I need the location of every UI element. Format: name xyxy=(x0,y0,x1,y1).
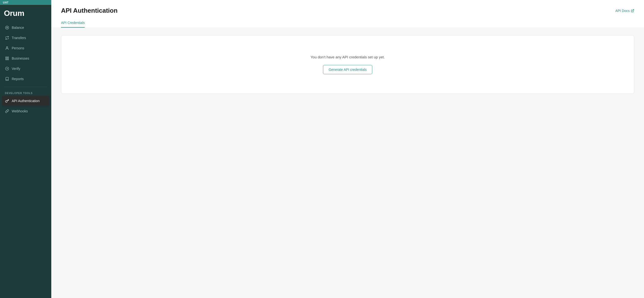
person-icon xyxy=(5,46,9,50)
svg-rect-4 xyxy=(7,57,8,58)
sidebar-item-verify[interactable]: Verify xyxy=(2,64,49,74)
page-header: API Authentication API Docs API Credenti… xyxy=(51,0,644,28)
main-content: API Authentication API Docs API Credenti… xyxy=(51,0,644,298)
dev-tools-section-label: DEVELOPER TOOLS xyxy=(2,90,49,96)
transfer-icon xyxy=(5,36,9,40)
api-docs-link[interactable]: API Docs xyxy=(616,9,634,13)
svg-point-2 xyxy=(6,47,8,48)
sidebar-item-label: Webhooks xyxy=(12,109,28,113)
credentials-card: You don't have any API credentials set u… xyxy=(61,35,634,94)
svg-rect-6 xyxy=(7,59,8,60)
generate-api-credentials-button[interactable]: Generate API credentials xyxy=(323,65,372,74)
brand-logo: Orum xyxy=(0,5,51,23)
link-icon xyxy=(5,109,9,113)
dollar-circle-icon xyxy=(5,26,9,30)
page-title: API Authentication xyxy=(61,7,118,15)
sidebar-item-balance[interactable]: Balance xyxy=(2,23,49,33)
svg-line-7 xyxy=(632,9,634,11)
page-header-top: API Authentication API Docs xyxy=(61,7,634,15)
empty-message: You don't have any API credentials set u… xyxy=(310,55,385,59)
grid-icon xyxy=(5,56,9,61)
book-icon xyxy=(5,77,9,81)
svg-rect-5 xyxy=(6,59,7,60)
sidebar-nav: Balance Transfers Persons xyxy=(0,23,51,298)
sidebar-item-label: API Authentication xyxy=(12,99,40,103)
page-tabs: API Credentials xyxy=(61,18,634,28)
sidebar-item-api-authentication[interactable]: API Authentication xyxy=(2,96,49,106)
sidebar-item-label: Balance xyxy=(12,26,24,30)
sidebar-item-transfers[interactable]: Transfers xyxy=(2,33,49,43)
api-docs-label: API Docs xyxy=(616,9,630,13)
sidebar-item-label: Verify xyxy=(12,67,20,71)
page-content: You don't have any API credentials set u… xyxy=(51,28,644,298)
sidebar-item-persons[interactable]: Persons xyxy=(2,43,49,53)
sidebar-item-label: Businesses xyxy=(12,57,29,60)
nav-divider xyxy=(4,87,47,87)
external-link-icon xyxy=(631,9,634,13)
sidebar-item-label: Transfers xyxy=(12,36,26,40)
sidebar-item-webhooks[interactable]: Webhooks xyxy=(2,106,49,116)
tab-api-credentials[interactable]: API Credentials xyxy=(61,18,85,28)
key-icon xyxy=(5,99,9,103)
svg-rect-3 xyxy=(6,57,7,58)
check-circle-icon xyxy=(5,67,9,71)
sidebar-item-label: Reports xyxy=(12,77,24,81)
env-badge: UAT xyxy=(0,0,51,5)
sidebar-item-reports[interactable]: Reports xyxy=(2,74,49,84)
sidebar: UAT Orum Balance xyxy=(0,0,51,298)
sidebar-item-businesses[interactable]: Businesses xyxy=(2,54,49,63)
sidebar-item-label: Persons xyxy=(12,46,24,50)
